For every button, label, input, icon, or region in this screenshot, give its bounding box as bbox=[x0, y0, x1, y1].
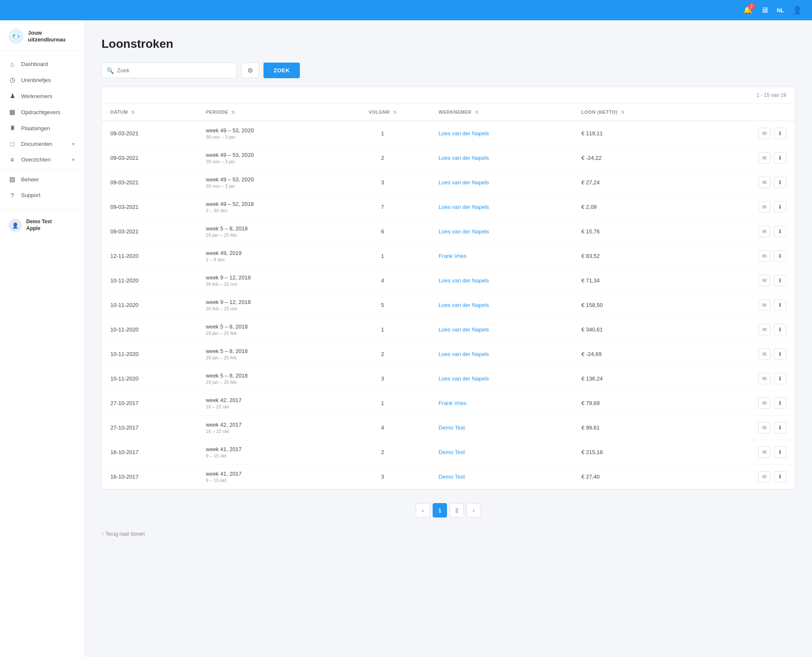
pagination-page-2[interactable]: 2 bbox=[450, 503, 464, 517]
download-button[interactable]: ⬇ bbox=[774, 471, 786, 482]
email-button[interactable]: ✉ bbox=[758, 397, 771, 409]
cell-werknemer[interactable]: Loes van der Napels bbox=[430, 342, 573, 367]
cell-werknemer[interactable]: Loes van der Napels bbox=[430, 219, 573, 244]
cell-werknemer[interactable]: Loes van der Napels bbox=[430, 195, 573, 219]
download-button[interactable]: ⬇ bbox=[774, 250, 786, 262]
col-loon[interactable]: LOON (NETTO) ⇅ bbox=[573, 104, 700, 121]
download-button[interactable]: ⬇ bbox=[774, 397, 786, 409]
notification-badge: 2 bbox=[748, 3, 755, 10]
download-button[interactable]: ⬇ bbox=[774, 446, 786, 458]
cell-werknemer[interactable]: Demo Test bbox=[430, 440, 573, 465]
email-button[interactable]: ✉ bbox=[758, 250, 771, 262]
employee-link[interactable]: Loes van der Napels bbox=[439, 375, 489, 382]
email-button[interactable]: ✉ bbox=[758, 324, 771, 335]
email-button[interactable]: ✉ bbox=[758, 152, 771, 164]
employee-link[interactable]: Loes van der Napels bbox=[439, 130, 489, 137]
download-button[interactable]: ⬇ bbox=[774, 324, 786, 335]
sidebar-item-plaatsingen[interactable]: ♜ Plaatsingen bbox=[0, 120, 84, 136]
cell-datum: 27-10-2017 bbox=[102, 416, 198, 440]
pagination-prev[interactable]: ‹ bbox=[416, 503, 430, 517]
email-button[interactable]: ✉ bbox=[758, 226, 771, 237]
cell-werknemer[interactable]: Loes van der Napels bbox=[430, 146, 573, 170]
cell-datum: 10-11-2020 bbox=[102, 342, 198, 367]
employee-link[interactable]: Loes van der Napels bbox=[439, 351, 489, 357]
search-button[interactable]: ZOEK bbox=[263, 63, 300, 78]
col-datum[interactable]: DATUM ⇅ bbox=[102, 104, 198, 121]
pagination-page-1[interactable]: 1 bbox=[433, 503, 447, 517]
email-button[interactable]: ✉ bbox=[758, 471, 771, 482]
cell-werknemer[interactable]: Loes van der Napels bbox=[430, 318, 573, 342]
download-button[interactable]: ⬇ bbox=[774, 422, 786, 433]
sidebar-item-support[interactable]: ? Support bbox=[0, 187, 84, 203]
email-button[interactable]: ✉ bbox=[758, 177, 771, 188]
download-button[interactable]: ⬇ bbox=[774, 299, 786, 311]
email-button[interactable]: ✉ bbox=[758, 446, 771, 458]
employee-link[interactable]: Loes van der Napels bbox=[439, 204, 489, 210]
sidebar-item-overzichten[interactable]: ≡ Overzichten ▼ bbox=[0, 152, 84, 167]
employee-link[interactable]: Frank Vries bbox=[439, 400, 466, 406]
user-icon[interactable]: 👤 bbox=[793, 5, 802, 15]
employee-link[interactable]: Demo Test bbox=[439, 424, 465, 431]
cell-werknemer[interactable]: Loes van der Napels bbox=[430, 121, 573, 146]
logo-icon bbox=[8, 29, 24, 44]
sidebar-item-beheer[interactable]: ▨ Beheer bbox=[0, 171, 84, 187]
col-werknemer[interactable]: WERKNEMER ⇅ bbox=[430, 104, 573, 121]
email-button[interactable]: ✉ bbox=[758, 373, 771, 384]
employee-link[interactable]: Loes van der Napels bbox=[439, 228, 489, 235]
download-button[interactable]: ⬇ bbox=[774, 275, 786, 286]
email-button[interactable]: ✉ bbox=[758, 348, 771, 360]
cell-actions: ✉ ⬇ bbox=[700, 465, 795, 489]
download-button[interactable]: ⬇ bbox=[774, 128, 786, 139]
user-area[interactable]: 👤 Demo Test Apple bbox=[0, 212, 84, 239]
sidebar-item-documenten[interactable]: □ Documenten ▼ bbox=[0, 136, 84, 152]
download-button[interactable]: ⬇ bbox=[774, 152, 786, 164]
employee-link[interactable]: Loes van der Napels bbox=[439, 179, 489, 186]
cell-werknemer[interactable]: Loes van der Napels bbox=[430, 170, 573, 195]
download-button[interactable]: ⬇ bbox=[774, 201, 786, 213]
employee-link[interactable]: Demo Test bbox=[439, 474, 465, 480]
sidebar-item-label: Dashboard bbox=[21, 61, 48, 67]
employee-link[interactable]: Loes van der Napels bbox=[439, 302, 489, 308]
table-row: 09-03-2021 week 49 – 53, 2020 30 nov – 3… bbox=[102, 146, 795, 170]
employee-link[interactable]: Frank Vries bbox=[439, 253, 466, 259]
topbar: 🔔 2 🖥 NL 👤 bbox=[0, 0, 812, 20]
email-button[interactable]: ✉ bbox=[758, 275, 771, 286]
employee-link[interactable]: Loes van der Napels bbox=[439, 277, 489, 284]
filter-button[interactable]: ⚙ bbox=[241, 63, 259, 78]
cell-volgnr: 1 bbox=[335, 244, 430, 268]
chevron-down-icon: ▼ bbox=[71, 157, 76, 162]
sidebar-item-opdrachtgevers[interactable]: ▦ Opdrachtgevers bbox=[0, 104, 84, 120]
cell-werknemer[interactable]: Loes van der Napels bbox=[430, 293, 573, 318]
email-button[interactable]: ✉ bbox=[758, 128, 771, 139]
email-button[interactable]: ✉ bbox=[758, 201, 771, 213]
notification-icon[interactable]: 🔔 2 bbox=[743, 5, 752, 15]
cell-werknemer[interactable]: Demo Test bbox=[430, 465, 573, 489]
download-button[interactable]: ⬇ bbox=[774, 373, 786, 384]
cell-periode: week 5 – 8, 2018 29 jan – 25 feb bbox=[198, 342, 335, 367]
search-input[interactable] bbox=[102, 63, 237, 78]
download-button[interactable]: ⬇ bbox=[774, 226, 786, 237]
table-row: 27-10-2017 week 42, 2017 16 – 22 okt 1 F… bbox=[102, 391, 795, 416]
cell-werknemer[interactable]: Demo Test bbox=[430, 416, 573, 440]
sidebar-item-dashboard[interactable]: ⌂ Dashboard bbox=[0, 56, 84, 72]
cell-werknemer[interactable]: Loes van der Napels bbox=[430, 268, 573, 293]
email-button[interactable]: ✉ bbox=[758, 422, 771, 433]
sidebar-item-urenbriefjes[interactable]: ◷ Urenbriefjes bbox=[0, 72, 84, 88]
employee-link[interactable]: Loes van der Napels bbox=[439, 155, 489, 161]
back-to-top[interactable]: ↑ Terug naar boven bbox=[102, 531, 795, 537]
cell-werknemer[interactable]: Frank Vries bbox=[430, 391, 573, 416]
col-volgnr[interactable]: VOLGNR ⇅ bbox=[335, 104, 430, 121]
cell-loon: € 99,61 bbox=[573, 416, 700, 440]
col-periode[interactable]: PERIODE ⇅ bbox=[198, 104, 335, 121]
employee-link[interactable]: Demo Test bbox=[439, 449, 465, 455]
download-button[interactable]: ⬇ bbox=[774, 177, 786, 188]
email-button[interactable]: ✉ bbox=[758, 299, 771, 311]
employee-link[interactable]: Loes van der Napels bbox=[439, 326, 489, 333]
language-selector[interactable]: NL bbox=[777, 7, 784, 14]
sidebar-item-werknemers[interactable]: ♟ Werknemers bbox=[0, 88, 84, 104]
pagination-next[interactable]: › bbox=[466, 503, 481, 517]
cell-werknemer[interactable]: Frank Vries bbox=[430, 244, 573, 268]
monitor-icon[interactable]: 🖥 bbox=[761, 6, 768, 15]
download-button[interactable]: ⬇ bbox=[774, 348, 786, 360]
cell-werknemer[interactable]: Loes van der Napels bbox=[430, 367, 573, 391]
